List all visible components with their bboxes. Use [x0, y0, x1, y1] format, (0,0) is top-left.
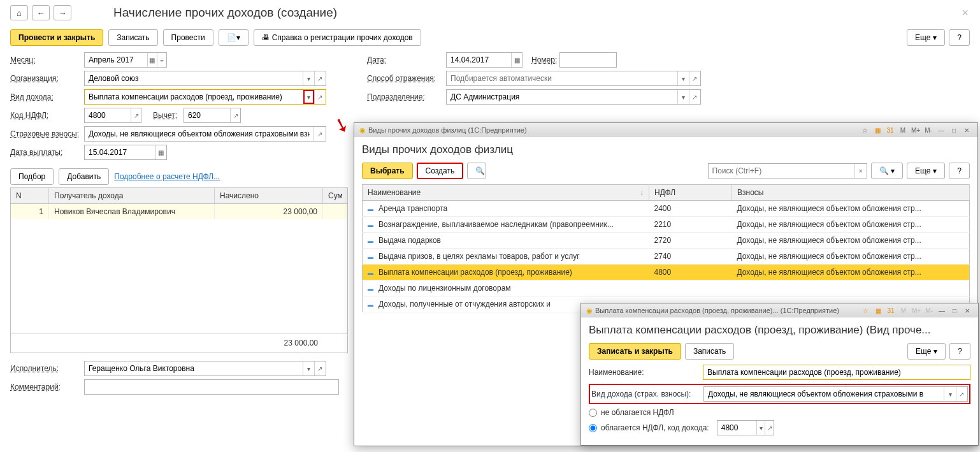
print-icon-button[interactable]: 📄▾: [219, 29, 249, 46]
spinner-icon[interactable]: ÷: [157, 53, 166, 67]
chevron-down-icon[interactable]: ▾: [944, 387, 955, 401]
maximize-icon[interactable]: □: [949, 305, 960, 316]
department-input[interactable]: ▾↗: [446, 89, 701, 105]
write-button[interactable]: Записать: [108, 29, 157, 46]
clear-icon[interactable]: ×: [854, 164, 867, 178]
open-icon[interactable]: ↗: [689, 90, 700, 104]
item-icon: ▬: [368, 286, 373, 292]
calculator-icon[interactable]: ▦: [872, 305, 884, 316]
list-item[interactable]: ▬Выдача подарков2720Доходы, не являющиес…: [363, 233, 970, 249]
list-item[interactable]: ▬Выдача призов, в целях рекламы товаров,…: [363, 249, 970, 265]
close-icon[interactable]: ✕: [961, 125, 972, 135]
list-item[interactable]: ▬Доходы по лицензионным договорам: [363, 281, 970, 296]
calendar-icon[interactable]: ▦: [155, 145, 166, 159]
favorite-icon[interactable]: ☆: [859, 125, 870, 135]
forward-button[interactable]: [54, 5, 71, 20]
m-plus-icon[interactable]: M+: [910, 125, 921, 135]
open-icon[interactable]: ↗: [765, 421, 773, 435]
calendar-icon[interactable]: 31: [884, 125, 896, 135]
comment-input[interactable]: [84, 379, 339, 395]
help-button[interactable]: ?: [949, 163, 970, 179]
list-item[interactable]: ▬Аренда транспорта2400Доходы, не являющи…: [363, 201, 970, 217]
favorite-icon[interactable]: ☆: [860, 305, 871, 316]
write-close-button[interactable]: Записать и закрыть: [589, 343, 681, 360]
create-button[interactable]: Создать: [417, 163, 464, 179]
minimize-icon[interactable]: —: [936, 305, 948, 316]
help-button[interactable]: ?: [949, 29, 970, 46]
open-icon[interactable]: ↗: [689, 71, 700, 85]
ndfl-radio[interactable]: [589, 424, 597, 432]
deduction-input[interactable]: ↗: [184, 108, 241, 123]
calendar-icon[interactable]: ▦: [511, 53, 522, 67]
col-dues[interactable]: Взносы: [732, 185, 970, 201]
open-icon[interactable]: ↗: [956, 387, 967, 401]
open-icon[interactable]: ↗: [314, 90, 326, 104]
open-icon[interactable]: ↗: [313, 127, 326, 141]
list-item[interactable]: ▬Вознаграждение, выплачиваемое наследник…: [363, 217, 970, 233]
post-and-close-button[interactable]: Провести и закрыть: [10, 29, 103, 46]
add-button[interactable]: Добавить: [59, 168, 109, 185]
executor-input[interactable]: ▾↗: [84, 361, 326, 376]
m-plus-icon[interactable]: M+: [911, 305, 922, 316]
maximize-icon[interactable]: □: [948, 125, 960, 135]
ndfl-code-input[interactable]: ▾↗: [717, 420, 774, 435]
pay-date-input[interactable]: ▦: [84, 145, 167, 160]
post-button[interactable]: Провести: [163, 29, 213, 46]
list-item[interactable]: ▬Выплата компенсации расходов (проезд, п…: [363, 265, 970, 281]
col-number[interactable]: N: [11, 188, 49, 203]
chevron-down-icon[interactable]: ▾: [677, 90, 689, 104]
write-button[interactable]: Записать: [685, 343, 734, 360]
chevron-down-icon[interactable]: ▾: [303, 90, 314, 104]
m-minus-icon[interactable]: M-: [923, 125, 934, 135]
col-recipient[interactable]: Получатель дохода: [49, 188, 215, 203]
more-button[interactable]: Еще ▾: [907, 343, 946, 360]
income-type-input[interactable]: ▾↗: [84, 89, 326, 105]
insurance-type-input[interactable]: ▾↗: [703, 386, 968, 402]
ndfl-calc-link[interactable]: Подробнее о расчете НДФЛ...: [114, 172, 220, 181]
open-icon[interactable]: ↗: [230, 108, 240, 122]
certificate-button[interactable]: 🖶 Справка о регистрации прочих доходов: [254, 29, 421, 46]
open-icon[interactable]: ↗: [314, 71, 326, 85]
m-icon[interactable]: M: [898, 305, 909, 316]
chevron-down-icon[interactable]: ▾: [303, 71, 314, 85]
name-input[interactable]: [703, 365, 970, 380]
chevron-down-icon[interactable]: ▾: [303, 361, 314, 375]
ndfl-code-input[interactable]: ↗: [84, 108, 141, 123]
chevron-down-icon[interactable]: ▾: [677, 71, 689, 85]
close-icon[interactable]: ✕: [962, 305, 973, 316]
home-button[interactable]: [10, 5, 28, 20]
pick-button[interactable]: Подбор: [10, 168, 54, 185]
more-button[interactable]: Еще ▾: [907, 29, 945, 46]
number-label: Номер:: [531, 55, 557, 64]
back-button[interactable]: [32, 5, 50, 20]
no-ndfl-radio[interactable]: [589, 409, 597, 417]
search-input[interactable]: ×: [708, 163, 867, 179]
table-row[interactable]: 1 Новиков Вячеслав Владимирович 23 000,0…: [11, 204, 347, 219]
reflect-input[interactable]: ▾↗: [446, 71, 701, 86]
insurance-input[interactable]: ↗: [84, 126, 326, 142]
date-input[interactable]: ▦: [446, 52, 522, 68]
open-icon[interactable]: ↗: [314, 361, 326, 375]
month-input[interactable]: ▦÷: [84, 52, 167, 68]
more-button[interactable]: Еще ▾: [907, 163, 945, 179]
chevron-down-icon[interactable]: ▾: [756, 421, 765, 435]
select-button[interactable]: Выбрать: [362, 163, 413, 179]
deduction-label: Вычет:: [153, 111, 177, 120]
help-button[interactable]: ?: [949, 343, 970, 360]
m-icon[interactable]: M: [897, 125, 909, 135]
col-accrued[interactable]: Начислено: [215, 188, 323, 203]
open-icon[interactable]: ↗: [131, 108, 141, 122]
org-input[interactable]: ▾↗: [84, 71, 326, 86]
calendar-icon[interactable]: 31: [885, 305, 897, 316]
minimize-icon[interactable]: —: [935, 125, 947, 135]
calendar-icon[interactable]: ▦: [147, 53, 157, 67]
close-icon[interactable]: ×: [962, 6, 969, 20]
number-input[interactable]: [559, 52, 617, 68]
m-minus-icon[interactable]: M-: [923, 305, 935, 316]
find-by-ref-icon[interactable]: 🔍: [467, 163, 486, 179]
col-name[interactable]: Наименование↓: [363, 185, 649, 201]
col-ndfl[interactable]: НДФЛ: [649, 185, 732, 201]
income-type-card-dialog: ◉ Выплата компенсации расходов (проезд, …: [580, 303, 979, 446]
search-icon-button[interactable]: 🔍 ▾: [871, 163, 903, 179]
calculator-icon[interactable]: ▦: [872, 125, 883, 135]
